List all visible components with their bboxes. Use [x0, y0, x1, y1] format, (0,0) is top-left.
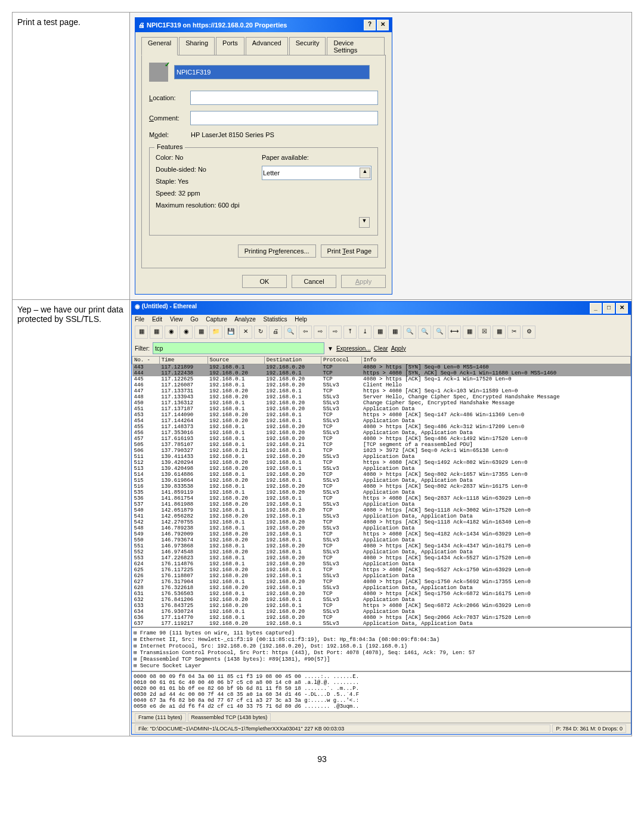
- packet-row[interactable]: 505137.785107192.168.0.1192.168.0.21TCP[…: [132, 442, 631, 448]
- packet-row[interactable]: 548146.789238192.168.0.1192.168.0.20SSLv…: [132, 525, 631, 531]
- help-button[interactable]: ?: [364, 20, 376, 30]
- packet-row[interactable]: 536141.861754192.168.0.20192.168.0.1TCPh…: [132, 496, 631, 501]
- packet-row[interactable]: 552146.974548192.168.0.20192.168.0.1SSLv…: [132, 549, 631, 555]
- packet-row[interactable]: 447117.133731192.168.0.20192.168.0.1TCPh…: [132, 388, 631, 394]
- packet-row[interactable]: 636177.114770192.168.0.1192.168.0.20TCP4…: [132, 615, 631, 621]
- print-test-button[interactable]: Print Test Page: [321, 244, 378, 258]
- packet-table[interactable]: No. - Time Source Destination Protocol I…: [132, 356, 631, 627]
- col-source[interactable]: Source: [208, 357, 264, 364]
- apply-button[interactable]: Apply: [341, 275, 386, 288]
- packet-row[interactable]: 553147.226823192.168.0.1192.168.0.20TCP4…: [132, 555, 631, 561]
- tab-general[interactable]: General: [141, 37, 178, 55]
- zoom-in-icon[interactable]: 🔍: [403, 326, 416, 339]
- close-button[interactable]: ✕: [377, 20, 389, 30]
- col-time[interactable]: Time: [159, 357, 208, 364]
- packet-row[interactable]: 453117.144090192.168.0.20192.168.0.1TCPh…: [132, 412, 631, 418]
- forward-icon[interactable]: ⇨: [314, 326, 327, 339]
- packet-row[interactable]: 537141.861988192.168.0.20192.168.0.1SSLv…: [132, 501, 631, 507]
- ok-button[interactable]: OK: [242, 275, 287, 288]
- toolbar-icon[interactable]: ▦: [373, 326, 386, 339]
- filter-input[interactable]: [153, 342, 324, 354]
- scroll-down-icon[interactable]: ▼: [359, 217, 370, 228]
- save-icon[interactable]: 💾: [224, 326, 237, 339]
- packet-row[interactable]: 444117.122438192.168.0.20192.168.0.1TCPh…: [132, 370, 631, 376]
- packet-row[interactable]: 551146.973868192.168.0.1192.168.0.20TCP4…: [132, 543, 631, 549]
- toolbar-icon[interactable]: ⚙: [522, 326, 535, 339]
- toolbar-icon[interactable]: ◉: [165, 326, 178, 339]
- col-info[interactable]: Info: [361, 357, 630, 364]
- packet-row[interactable]: 512139.420294192.168.0.20192.168.0.1TCPh…: [132, 460, 631, 466]
- packet-row[interactable]: 446117.126087192.168.0.1192.168.0.20SSLv…: [132, 382, 631, 388]
- packet-row[interactable]: 457117.616193192.168.0.1192.168.0.20TCP4…: [132, 436, 631, 442]
- col-no[interactable]: No. -: [132, 357, 160, 364]
- packet-row[interactable]: 628176.322618192.168.0.20192.168.0.1SSLv…: [132, 585, 631, 591]
- packet-row[interactable]: 541142.056282192.168.0.20192.168.0.1SSLv…: [132, 513, 631, 519]
- print-icon[interactable]: 🖨: [269, 326, 282, 339]
- zoom-reset-icon[interactable]: 🔍: [433, 326, 446, 339]
- tab-security[interactable]: Security: [289, 37, 326, 55]
- tab-sharing[interactable]: Sharing: [179, 37, 215, 55]
- expression-button[interactable]: Expression...: [336, 345, 371, 352]
- packet-row[interactable]: 625176.117225192.168.0.20192.168.0.1TCPh…: [132, 567, 631, 573]
- packet-row[interactable]: 455117.148373192.168.0.1192.168.0.20TCP4…: [132, 424, 631, 430]
- hex-pane[interactable]: 0000 08 00 09 f8 04 3a 00 11 85 c1 f3 19…: [132, 671, 631, 711]
- packet-row[interactable]: 511139.411433192.168.0.1192.168.0.20SSLv…: [132, 454, 631, 460]
- packet-row[interactable]: 633176.843725192.168.0.20192.168.0.1TCPh…: [132, 603, 631, 609]
- packet-row[interactable]: 450117.136312192.168.0.1192.168.0.20SSLv…: [132, 400, 631, 406]
- packet-row[interactable]: 549146.792009192.168.0.20192.168.0.1TCPh…: [132, 531, 631, 537]
- packet-details[interactable]: ⊞ Frame 90 (111 bytes on wire, 111 bytes…: [132, 627, 631, 671]
- packet-row[interactable]: 542142.270755192.168.0.1192.168.0.20TCP4…: [132, 519, 631, 525]
- toolbar-icon[interactable]: ▦: [388, 326, 401, 339]
- packet-row[interactable]: 535141.859119192.168.0.1192.168.0.20SSLv…: [132, 490, 631, 496]
- printer-name-input[interactable]: [174, 65, 370, 79]
- packet-row[interactable]: 514139.614886192.168.0.1192.168.0.20TCP4…: [132, 472, 631, 478]
- packet-row[interactable]: 631176.536503192.168.0.1192.168.0.20TCP4…: [132, 591, 631, 597]
- packet-row[interactable]: 515139.619864192.168.0.20192.168.0.1SSLv…: [132, 478, 631, 484]
- packet-row[interactable]: 451117.137187192.168.0.1192.168.0.20SSLv…: [132, 406, 631, 412]
- toolbar-icon[interactable]: ☒: [478, 326, 491, 339]
- maximize-button[interactable]: □: [603, 303, 615, 314]
- packet-row[interactable]: 634176.930724192.168.0.1192.168.0.20SSLv…: [132, 609, 631, 615]
- top-icon[interactable]: ⤒: [343, 326, 357, 339]
- packet-row[interactable]: 456117.353016192.168.0.1192.168.0.20SSLv…: [132, 430, 631, 436]
- packet-row[interactable]: 540142.051879192.168.0.1192.168.0.20TCP4…: [132, 507, 631, 513]
- zoom-out-icon[interactable]: 🔍: [418, 326, 431, 339]
- close-button[interactable]: ✕: [616, 303, 628, 314]
- toolbar-icon[interactable]: ✂: [507, 326, 521, 339]
- back-icon[interactable]: ⇦: [299, 326, 312, 339]
- scroll-up-icon[interactable]: ▲: [360, 168, 370, 178]
- packet-row[interactable]: 516139.833538192.168.0.1192.168.0.20TCP4…: [132, 484, 631, 490]
- paper-select[interactable]: Letter ▲: [262, 166, 371, 180]
- col-dest[interactable]: Destination: [264, 357, 321, 364]
- packet-row[interactable]: 550146.793674192.168.0.20192.168.0.1SSLv…: [132, 537, 631, 543]
- tab-ports[interactable]: Ports: [216, 37, 244, 55]
- tab-device-settings[interactable]: Device Settings: [327, 37, 385, 55]
- reload-icon[interactable]: ↻: [254, 326, 267, 339]
- close-icon[interactable]: ✕: [239, 326, 252, 339]
- packet-row[interactable]: 445117.122625192.168.0.1192.168.0.20TCP4…: [132, 376, 631, 382]
- find-icon[interactable]: 🔍: [284, 326, 297, 339]
- comment-input[interactable]: [190, 111, 378, 125]
- toolbar-icon[interactable]: ▦: [194, 326, 208, 339]
- packet-row[interactable]: 626176.118807192.168.0.20192.168.0.1SSLv…: [132, 573, 631, 579]
- packet-row[interactable]: 443117.121899192.168.0.1192.168.0.20TCP4…: [132, 364, 631, 371]
- packet-row[interactable]: 448117.133943192.168.0.20192.168.0.1SSLv…: [132, 394, 631, 400]
- packet-row[interactable]: 506137.790327192.168.0.21192.168.0.1TCP1…: [132, 448, 631, 454]
- toolbar-icon[interactable]: ▦: [493, 326, 506, 339]
- status-tab[interactable]: Frame (111 bytes): [135, 713, 186, 721]
- tab-advanced[interactable]: Advanced: [246, 37, 288, 55]
- clear-button[interactable]: Clear: [374, 345, 388, 352]
- status-tab[interactable]: Reassembled TCP (1438 bytes): [188, 713, 271, 721]
- packet-row[interactable]: 624176.114876192.168.0.1192.168.0.20SSLv…: [132, 561, 631, 567]
- open-icon[interactable]: 📁: [209, 326, 222, 339]
- toolbar-icon[interactable]: ▦: [463, 326, 476, 339]
- packet-row[interactable]: 627176.317904192.168.0.1192.168.0.20TCP4…: [132, 579, 631, 585]
- packet-row[interactable]: 632176.841206192.168.0.20192.168.0.1SSLv…: [132, 597, 631, 603]
- cancel-button[interactable]: Cancel: [292, 275, 336, 288]
- toolbar-icon[interactable]: ◉: [179, 326, 193, 339]
- toolbar-icon[interactable]: ▦: [150, 326, 163, 339]
- col-proto[interactable]: Protocol: [321, 357, 362, 364]
- resize-icon[interactable]: ⟷: [448, 326, 461, 339]
- packet-row[interactable]: 454117.144264192.168.0.20192.168.0.1SSLv…: [132, 418, 631, 424]
- goto-icon[interactable]: ⇨: [329, 326, 342, 339]
